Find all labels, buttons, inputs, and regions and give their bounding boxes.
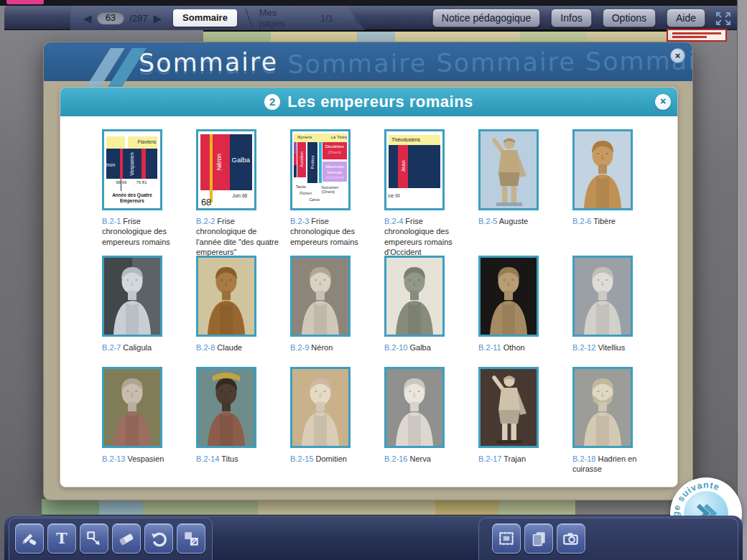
page-number-input[interactable]: 63 — [97, 11, 125, 24]
item-ref: B.2-8 — [196, 343, 215, 352]
thumbnail[interactable] — [478, 367, 539, 448]
pages-tool-button[interactable] — [524, 523, 553, 554]
bust-image — [198, 258, 254, 335]
item-caption: B.2-1 Frise chronologique des empereurs … — [102, 216, 190, 247]
grid-item[interactable]: IllyriensLa Tétrarchie Aurélien Probus D… — [290, 129, 384, 256]
thumbnail[interactable] — [196, 256, 256, 337]
thumbnail-art — [575, 131, 631, 208]
bust-image — [481, 258, 537, 335]
grid-item[interactable]: B.2-12 Vitellius — [572, 256, 667, 367]
browser-tab-sliver — [6, 0, 44, 4]
grid-item[interactable]: B.2-17 Trajan — [478, 367, 572, 485]
thumbnail-art — [575, 258, 631, 335]
sommaire-title: Sommaire — [139, 47, 278, 78]
item-ref: B.2-5 — [478, 217, 497, 225]
pages-icon — [529, 529, 548, 548]
pen-tools-button[interactable] — [15, 523, 44, 554]
page-nav-strip: ◀ 63 /287 ▶ Sommaire Mes pages 1/1 — [70, 6, 365, 30]
thumbnail[interactable]: Flaviens Néron Vespasien 68 6979 81 Anné… — [102, 129, 162, 210]
item-caption: B.2-3 Frise chronologique des empereurs … — [290, 216, 378, 247]
item-caption: B.2-12 Vitellius — [572, 342, 660, 353]
grid-item[interactable]: B.2-14 Titus — [196, 367, 290, 485]
bust-image — [575, 369, 631, 446]
tab-sommaire[interactable]: Sommaire — [173, 9, 237, 27]
thumbnail[interactable]: Néron GalbaJuin 68 68 — [196, 129, 256, 210]
item-ref: B.2-4 — [384, 217, 403, 225]
prev-page-icon[interactable]: ◀ — [83, 13, 92, 24]
mask-tool-button[interactable] — [177, 523, 205, 554]
item-caption: B.2-9 Néron — [290, 342, 378, 353]
undo-tool-button[interactable] — [144, 523, 173, 554]
thumbnail[interactable] — [196, 367, 256, 448]
bust-image — [198, 369, 254, 446]
thumbnail[interactable] — [572, 129, 633, 210]
selection-icon — [497, 529, 516, 548]
thumbnail[interactable] — [572, 256, 633, 337]
thumbnail-art — [198, 258, 254, 335]
notice-pedagogique-button[interactable]: Notice pédagogique — [432, 9, 541, 27]
thumbnail-art: Théodosiens Jeance III — [386, 131, 442, 208]
text-tool-button[interactable]: T — [47, 523, 76, 554]
item-ref: B.2-9 — [290, 343, 309, 352]
eraser-tool-button[interactable] — [112, 523, 141, 554]
thumbnail[interactable] — [478, 129, 539, 210]
section-title: Les empereurs romains — [287, 93, 473, 111]
thumbnail[interactable] — [478, 256, 539, 337]
bust-image — [104, 369, 160, 446]
grid-item[interactable]: Flaviens Néron Vespasien 68 6979 81 Anné… — [102, 129, 196, 256]
item-label: Nerva — [409, 454, 430, 463]
options-button[interactable]: Options — [603, 9, 656, 27]
tab-separator — [245, 9, 252, 27]
thumbnail[interactable]: Théodosiens Jeance III — [384, 129, 445, 210]
item-caption: B.2-8 Claude — [196, 342, 284, 353]
grid-item[interactable]: B.2-11 Othon — [478, 256, 572, 367]
thumbnail-art — [481, 258, 537, 335]
item-ref: B.2-16 — [384, 454, 407, 463]
thumbnail[interactable] — [384, 367, 445, 448]
thumbnail-art — [386, 369, 442, 446]
grid-item[interactable]: B.2-7 Caligula — [102, 256, 196, 367]
thumbnail[interactable] — [384, 256, 445, 337]
item-caption: B.2-7 Caligula — [102, 342, 190, 353]
grid-item[interactable]: B.2-10 Galba — [384, 256, 478, 367]
grid-item[interactable]: B.2-5 Auguste — [478, 129, 572, 256]
tab-mes-pages[interactable]: Mes pages — [259, 7, 293, 29]
grid-item[interactable]: B.2-15 Domitien — [290, 367, 384, 485]
sommaire-close-icon[interactable]: × — [670, 48, 685, 63]
mes-pages-count: 1/1 — [320, 13, 333, 24]
aide-button[interactable]: Aide — [667, 9, 705, 27]
next-page-icon[interactable]: ▶ — [154, 13, 162, 24]
bust-image — [386, 369, 442, 446]
bust-image — [575, 258, 631, 335]
move-resize-tool-button[interactable] — [80, 523, 108, 554]
grid-item[interactable]: B.2-8 Claude — [196, 256, 290, 367]
thumbnail[interactable] — [102, 367, 162, 448]
collapse-panel-icon[interactable] — [355, 11, 365, 24]
grid-item[interactable]: B.2-6 Tibère — [572, 129, 667, 256]
grid-item[interactable]: B.2-16 Nerva — [384, 367, 478, 485]
thumbnail[interactable]: IllyriensLa Tétrarchie Aurélien Probus D… — [290, 129, 351, 210]
thumbnail[interactable] — [290, 256, 351, 337]
map-legend-box — [667, 29, 727, 42]
item-label: Galba — [409, 343, 430, 352]
fullscreen-icon[interactable] — [714, 10, 733, 27]
grid-item[interactable]: Théodosiens Jeance III B.2-4 Frise chron… — [384, 129, 478, 256]
section-close-icon[interactable]: × — [655, 94, 671, 110]
thumbnail[interactable] — [290, 367, 351, 448]
item-label: Auguste — [499, 217, 528, 225]
grid-item[interactable]: Néron GalbaJuin 68 68 B.2-2 Frise chrono… — [196, 129, 290, 256]
grid-item[interactable]: B.2-9 Néron — [290, 256, 384, 367]
grid-item[interactable]: B.2-18 Hadrien en cuirasse — [572, 367, 667, 485]
snapshot-tool-button[interactable] — [557, 523, 585, 554]
grid-item[interactable]: B.2-13 Vespasien — [102, 367, 196, 485]
thumbnail[interactable] — [102, 256, 162, 337]
thumbnail-art — [575, 369, 631, 446]
infos-button[interactable]: Infos — [551, 9, 591, 27]
item-caption: B.2-13 Vespasien — [102, 454, 190, 464]
view-tools-panel — [478, 518, 738, 560]
thumbnail-art — [292, 258, 348, 335]
item-ref: B.2-3 — [290, 217, 309, 225]
select-tool-button[interactable] — [492, 523, 521, 554]
item-ref: B.2-17 — [478, 454, 501, 463]
thumbnail[interactable] — [572, 367, 633, 448]
